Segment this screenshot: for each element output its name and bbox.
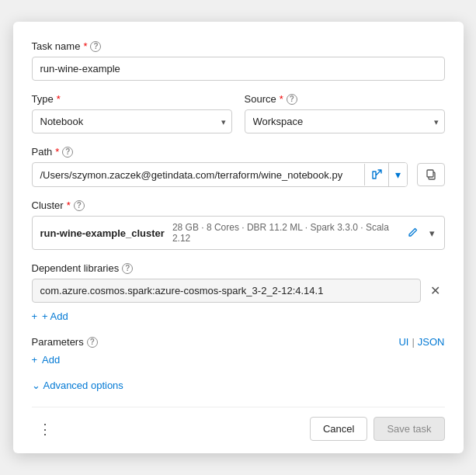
params-help-icon[interactable]: ?	[87, 337, 98, 348]
path-value: /Users/szymon.zaczek@getindata.com/terra…	[33, 164, 364, 186]
type-group: Type * Notebook ▾	[32, 93, 232, 133]
path-dropdown-button[interactable]: ▾	[388, 163, 407, 186]
type-select-wrapper: Notebook ▾	[32, 109, 232, 133]
parameters-group: Parameters ? UI | JSON + Add	[32, 336, 445, 367]
cluster-help-icon[interactable]: ?	[74, 200, 85, 211]
path-chevron-icon: ▾	[395, 168, 401, 181]
cluster-info: 28 GB · 8 Cores · DBR 11.2 ML · Spark 3.…	[172, 222, 398, 244]
svg-rect-1	[427, 170, 433, 177]
path-label: Path * ?	[32, 146, 445, 158]
dep-library-row: ✕	[32, 279, 445, 303]
params-links: UI | JSON	[398, 336, 444, 348]
path-help-icon[interactable]: ?	[62, 147, 73, 158]
more-options-button[interactable]: ⋮	[32, 418, 59, 441]
dep-libraries-help-icon[interactable]: ?	[122, 263, 133, 274]
cluster-chevron-button[interactable]: ▾	[428, 226, 436, 241]
type-select[interactable]: Notebook	[32, 109, 232, 133]
dep-remove-button[interactable]: ✕	[426, 282, 445, 300]
type-source-row: Type * Notebook ▾ Source * ? Workspace ▾	[32, 93, 445, 133]
cluster-chevron-icon: ▾	[429, 227, 435, 239]
dep-libraries-group: Dependent libraries ? ✕ + + Add	[32, 262, 445, 324]
path-group: Path * ? /Users/szymon.zaczek@getindata.…	[32, 146, 445, 187]
path-copy-button[interactable]	[417, 163, 445, 186]
required-star-path: *	[55, 146, 59, 158]
advanced-chevron-icon: ⌄	[32, 380, 40, 391]
dep-library-input[interactable]	[32, 279, 421, 303]
dep-libraries-label: Dependent libraries ?	[32, 262, 445, 274]
cluster-group: Cluster * ? run-wine-example_cluster 28 …	[32, 199, 445, 250]
params-ui-link[interactable]: UI	[398, 336, 408, 348]
required-star-source: *	[280, 93, 283, 105]
cluster-label: Cluster * ?	[32, 199, 445, 211]
task-name-help-icon[interactable]: ?	[90, 41, 101, 52]
task-name-label: Task name * ?	[32, 40, 445, 52]
required-star-type: *	[57, 93, 61, 105]
dialog-footer: ⋮ Cancel Save task	[32, 407, 445, 441]
cluster-row: run-wine-example_cluster 28 GB · 8 Cores…	[32, 216, 445, 250]
params-label: Parameters ?	[32, 336, 98, 348]
params-add-icon: +	[32, 354, 38, 366]
type-label: Type *	[32, 93, 232, 105]
cluster-name: run-wine-example_cluster	[40, 227, 165, 239]
source-help-icon[interactable]: ?	[287, 94, 297, 105]
task-name-group: Task name * ?	[32, 40, 445, 81]
params-add-button[interactable]: + Add	[32, 352, 61, 367]
task-dialog: Task name * ? Type * Notebook ▾ Source *…	[13, 22, 464, 453]
params-separator: |	[412, 336, 414, 348]
advanced-options-toggle[interactable]: ⌄ Advanced options	[32, 380, 123, 391]
source-select-wrapper: Workspace ▾	[245, 109, 445, 133]
more-icon: ⋮	[38, 421, 53, 437]
cluster-edit-button[interactable]	[406, 225, 420, 241]
task-name-input[interactable]	[32, 57, 445, 81]
source-select[interactable]: Workspace	[245, 109, 445, 133]
params-json-link[interactable]: JSON	[418, 336, 445, 348]
dep-add-button[interactable]: + + Add	[32, 309, 68, 324]
path-external-link-button[interactable]	[364, 164, 388, 185]
cancel-button[interactable]: Cancel	[310, 417, 367, 441]
source-label: Source * ?	[245, 93, 445, 105]
required-star: *	[83, 40, 87, 52]
dep-add-icon: +	[32, 310, 38, 322]
source-group: Source * ? Workspace ▾	[245, 93, 445, 133]
params-header: Parameters ? UI | JSON	[32, 336, 445, 348]
required-star-cluster: *	[67, 199, 71, 211]
save-task-button[interactable]: Save task	[374, 417, 444, 441]
